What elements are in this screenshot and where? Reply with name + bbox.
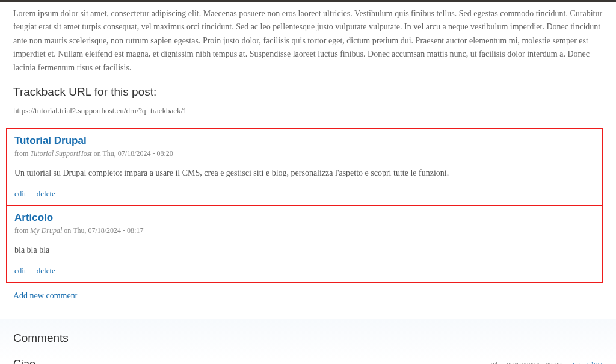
on-label: on <box>94 149 101 158</box>
trackback-item-1: Tutorial Drupal from Tutorial SupportHos… <box>6 128 603 206</box>
edit-link[interactable]: edit <box>14 266 26 275</box>
trackback-meta: from Tutorial SupportHost on Thu, 07/18/… <box>14 149 594 158</box>
post-body: Lorem ipsum dolor sit amet, consectetur … <box>13 7 603 75</box>
trackback-body: bla bla bla <box>14 244 594 256</box>
trackback-source: Tutorial SupportHost <box>30 149 91 158</box>
trackback-url: https://tutorial.trial2.supporthost.eu/d… <box>13 106 603 116</box>
trackback-actions: edit delete <box>14 189 594 199</box>
on-label: on <box>64 226 71 235</box>
trackback-item-2: Articolo from My Drupal on Thu, 07/18/20… <box>6 205 603 283</box>
comment-title: Ciao <box>13 358 35 364</box>
comment-author-link[interactable]: tutorialSH <box>573 361 603 364</box>
trackback-title-link[interactable]: Articolo <box>14 212 53 223</box>
comments-heading: Comments <box>13 332 603 345</box>
add-comment-link[interactable]: Add new comment <box>13 291 78 300</box>
main-container: Lorem ipsum dolor sit amet, consectetur … <box>0 2 616 364</box>
add-new-comment: Add new comment <box>13 291 603 301</box>
edit-link[interactable]: edit <box>14 189 26 198</box>
trackback-date: Thu, 07/18/2024 - 08:17 <box>73 226 143 235</box>
trackback-title-link[interactable]: Tutorial Drupal <box>14 135 87 146</box>
trackback-source: My Drupal <box>30 226 62 235</box>
from-label: from <box>14 226 28 235</box>
trackback-actions: edit delete <box>14 266 594 276</box>
comment-item: Ciao Thu, 07/18/2024 - 08:32 — tutorialS… <box>13 358 603 364</box>
from-label: from <box>14 149 28 158</box>
comments-section: Comments Ciao Thu, 07/18/2024 - 08:32 — … <box>0 319 616 364</box>
meta-separator: — <box>562 361 573 364</box>
comment-header: Ciao Thu, 07/18/2024 - 08:32 — tutorialS… <box>13 358 603 364</box>
trackback-title: Articolo <box>14 212 594 224</box>
trackback-date: Thu, 07/18/2024 - 08:20 <box>102 149 173 158</box>
comment-date: Thu, 07/18/2024 - 08:32 <box>491 361 562 364</box>
trackback-body: Un tutorial su Drupal completo: impara a… <box>14 167 594 179</box>
delete-link[interactable]: delete <box>37 266 55 275</box>
delete-link[interactable]: delete <box>37 189 55 198</box>
trackback-heading: Trackback URL for this post: <box>13 85 603 99</box>
trackback-meta: from My Drupal on Thu, 07/18/2024 - 08:1… <box>14 226 594 235</box>
trackback-title: Tutorial Drupal <box>14 135 594 147</box>
comment-meta: Thu, 07/18/2024 - 08:32 — tutorialSH <box>491 361 603 364</box>
